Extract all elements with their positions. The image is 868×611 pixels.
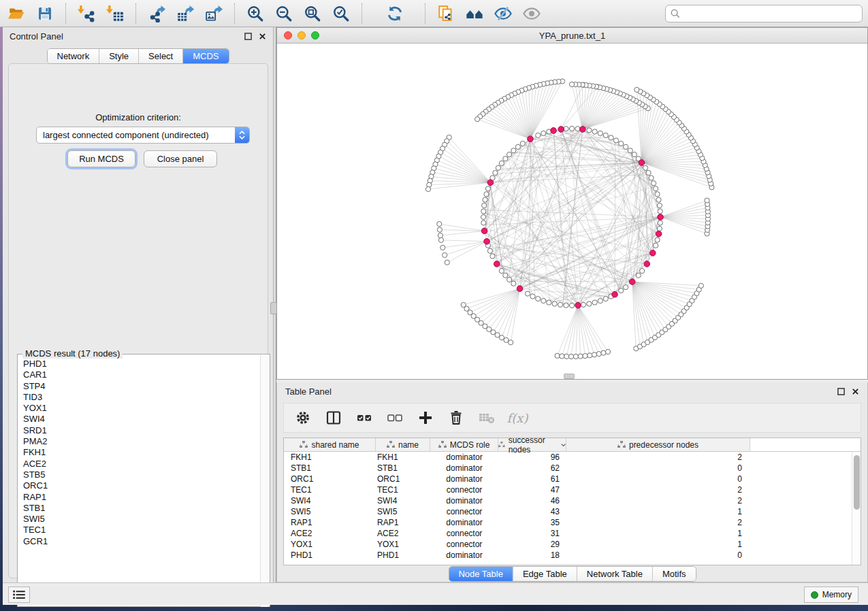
close-icon[interactable] [852, 388, 859, 395]
select-all-icon[interactable] [355, 408, 374, 427]
network-edge[interactable] [583, 103, 639, 129]
network-node[interactable] [657, 226, 662, 231]
close-icon[interactable] [259, 33, 266, 40]
result-node-item[interactable]: PMA2 [23, 436, 270, 447]
network-node[interactable] [624, 285, 628, 290]
network-edge[interactable] [632, 282, 669, 327]
leaf-node[interactable] [596, 352, 601, 357]
network-node[interactable] [603, 133, 608, 137]
result-node-item[interactable]: TEC1 [23, 525, 270, 535]
leaf-node[interactable] [698, 283, 703, 288]
network-node[interactable] [636, 273, 641, 278]
network-node[interactable] [541, 131, 546, 135]
mcds-hub-node[interactable] [558, 127, 564, 133]
result-node-item[interactable]: FKH1 [23, 447, 270, 458]
leaf-node[interactable] [564, 354, 569, 359]
network-node[interactable] [530, 294, 535, 299]
result-node-item[interactable]: GCR1 [23, 536, 270, 547]
function-builder-icon[interactable]: f(x) [508, 408, 527, 427]
network-node[interactable] [558, 302, 562, 307]
network-edge[interactable] [583, 105, 642, 129]
tab-mcds[interactable]: MCDS [182, 49, 228, 63]
table-scrollbar[interactable] [852, 452, 861, 565]
table-scrollbar-thumb[interactable] [854, 455, 860, 510]
mcds-hub-node[interactable] [580, 127, 586, 133]
mcds-hub-node[interactable] [639, 160, 645, 166]
network-edge[interactable] [660, 217, 707, 230]
leaf-node[interactable] [438, 237, 443, 242]
network-node[interactable] [569, 303, 574, 308]
network-edge[interactable] [501, 101, 530, 139]
mcds-hub-node[interactable] [649, 250, 656, 257]
network-node[interactable] [655, 237, 660, 242]
tab-network[interactable]: Network [47, 49, 99, 63]
mcds-hub-node[interactable] [494, 261, 500, 267]
open-folder-icon[interactable] [5, 3, 27, 24]
network-node[interactable] [503, 273, 508, 278]
network-node[interactable] [536, 133, 541, 137]
network-edge[interactable] [562, 306, 578, 357]
network-edge[interactable] [660, 204, 707, 217]
table-row[interactable]: PHD1PHD1dominator180 [284, 550, 861, 561]
network-node[interactable] [525, 291, 530, 296]
network-edge[interactable] [578, 189, 656, 305]
network-node[interactable] [575, 127, 580, 131]
network-edge[interactable] [492, 107, 530, 139]
mcds-hub-node[interactable] [656, 231, 662, 237]
table-row[interactable]: STB1STB1dominator620 [284, 463, 861, 474]
network-edge[interactable] [572, 84, 583, 129]
network-edge[interactable] [466, 288, 519, 309]
network-node[interactable] [592, 129, 597, 134]
leaf-node[interactable] [440, 245, 445, 250]
zoom-fit-icon[interactable] [302, 3, 323, 24]
network-edge[interactable] [509, 139, 530, 279]
network-node[interactable] [652, 181, 656, 186]
network-node[interactable] [507, 152, 511, 156]
leaf-node[interactable] [605, 349, 610, 354]
network-node[interactable] [483, 197, 487, 202]
network-node[interactable] [598, 131, 602, 135]
network-node[interactable] [609, 135, 613, 140]
network-edge[interactable] [504, 99, 530, 139]
network-node[interactable] [485, 186, 490, 191]
network-edge[interactable] [491, 181, 632, 282]
result-node-item[interactable]: YOX1 [23, 403, 270, 414]
network-window-titlebar[interactable]: YPA_prune.txt_1 [277, 28, 867, 44]
search-field[interactable] [665, 5, 863, 22]
network-edge[interactable] [520, 133, 547, 289]
network-node[interactable] [490, 254, 495, 259]
tab-edge-table[interactable]: Edge Table [513, 567, 577, 581]
network-edge[interactable] [485, 288, 519, 326]
network-edge[interactable] [506, 288, 519, 340]
deselect-all-icon[interactable] [385, 408, 404, 427]
network-node[interactable] [482, 203, 487, 208]
leaf-node[interactable] [437, 227, 442, 232]
float-window-icon[interactable] [244, 33, 252, 40]
save-icon[interactable] [34, 3, 56, 24]
leaf-node[interactable] [504, 337, 509, 342]
column-header-shared-name[interactable]: shared name [284, 438, 376, 451]
network-view-canvas[interactable] [277, 44, 867, 379]
network-edge[interactable] [489, 288, 519, 329]
result-node-item[interactable]: STB5 [23, 469, 270, 480]
leaf-node[interactable] [601, 350, 606, 355]
network-edge[interactable] [445, 242, 487, 255]
leaf-node[interactable] [569, 82, 574, 86]
mcds-hub-node[interactable] [484, 239, 490, 245]
result-node-item[interactable]: SRD1 [23, 425, 270, 436]
memory-button[interactable]: Memory [804, 587, 858, 603]
delete-row-icon[interactable] [447, 408, 466, 427]
network-edge[interactable] [578, 306, 594, 355]
network-node[interactable] [503, 156, 508, 161]
network-edge[interactable] [632, 282, 684, 311]
leaf-node[interactable] [437, 222, 442, 227]
network-edge[interactable] [575, 84, 583, 129]
network-node[interactable] [654, 243, 658, 248]
export-table-icon[interactable] [174, 3, 196, 24]
tab-motifs[interactable]: Motifs [652, 567, 696, 581]
network-node[interactable] [569, 126, 574, 131]
leaf-node[interactable] [588, 353, 592, 358]
tab-style[interactable]: Style [99, 49, 138, 63]
leaf-node[interactable] [705, 198, 709, 203]
table-row[interactable]: RAP1RAP1dominator352 [284, 517, 861, 528]
